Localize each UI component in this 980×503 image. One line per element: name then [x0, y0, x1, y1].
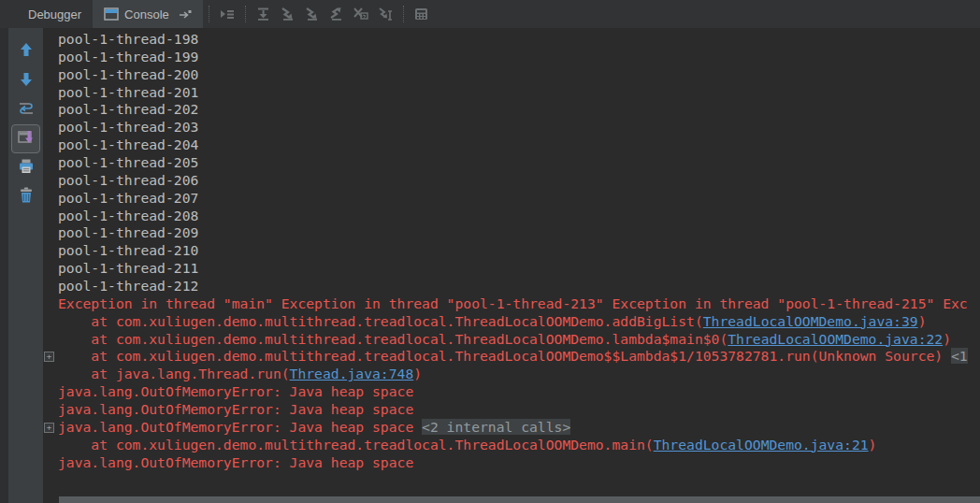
console-text: ): [943, 331, 951, 347]
console-text: pool-1-thread-209: [58, 224, 198, 240]
stacktrace-link[interactable]: ThreadLocalOOMDemo.java:39: [703, 313, 918, 329]
step-over-icon[interactable]: [252, 0, 276, 28]
tab-console[interactable]: Console: [93, 0, 203, 28]
console-line: pool-1-thread-212: [43, 278, 980, 295]
console-line: at com.xuliugen.demo.multithread.treadlo…: [43, 331, 980, 349]
console-line: at com.xuliugen.demo.multithread.treadlo…: [43, 313, 980, 331]
console-line: pool-1-thread-208: [43, 208, 980, 225]
step-out-icon[interactable]: [324, 0, 349, 28]
debug-toolbar: Debugger Console: [0, 0, 980, 28]
console-icon: [104, 7, 119, 21]
console-text: pool-1-thread-199: [58, 49, 198, 65]
console-text: at com.xuliugen.demo.multithread.treadlo…: [58, 348, 951, 364]
console-text: java.lang.OutOfMemoryError: Java heap sp…: [58, 401, 413, 417]
toolbar-separator: [403, 6, 404, 22]
stacktrace-link[interactable]: Thread.java:748: [290, 366, 414, 381]
tab-debugger-label: Debugger: [28, 7, 81, 22]
console-line: pool-1-thread-201: [43, 84, 980, 102]
console-text: pool-1-thread-201: [58, 84, 198, 100]
console-text: pool-1-thread-200: [58, 66, 198, 82]
stacktrace-link[interactable]: ThreadLocalOOMDemo.java:22: [728, 331, 943, 347]
console-text: at java.lang.Thread.run(: [58, 366, 290, 381]
console-text: pool-1-thread-208: [58, 208, 198, 223]
console-text: pool-1-thread-211: [58, 260, 198, 276]
console-text: at com.xuliugen.demo.multithread.treadlo…: [58, 331, 728, 347]
use-soft-wraps-button[interactable]: [11, 95, 40, 124]
scroll-to-end-icon: [17, 129, 36, 150]
console-text: <1: [951, 348, 968, 364]
drop-frame-icon[interactable]: [349, 0, 373, 28]
console-text: ): [869, 437, 877, 453]
down-arrow-icon: [18, 70, 35, 92]
print-button[interactable]: [11, 153, 40, 182]
console-line: pool-1-thread-211: [43, 260, 980, 278]
console-line: pool-1-thread-206: [43, 172, 980, 190]
console-line: + at com.xuliugen.demo.multithread.tread…: [43, 348, 980, 366]
console-line: Exception in thread "main" Exception in …: [43, 295, 980, 313]
console-text: at com.xuliugen.demo.multithread.treadlo…: [58, 437, 654, 453]
printer-icon: [18, 158, 35, 179]
console-line: pool-1-thread-200: [43, 66, 980, 84]
console-line: pool-1-thread-204: [43, 137, 980, 154]
horizontal-scrollbar-thumb[interactable]: [59, 496, 980, 503]
trash-icon: [18, 186, 35, 208]
console-panel[interactable]: pool-1-thread-198pool-1-thread-199pool-1…: [43, 28, 980, 503]
toolbar-separator: [209, 6, 209, 22]
console-side-toolbar: [8, 28, 43, 503]
console-line: pool-1-thread-210: [43, 242, 980, 260]
console-line: java.lang.OutOfMemoryError: Java heap sp…: [43, 383, 980, 401]
console-text: at com.xuliugen.demo.multithread.treadlo…: [58, 313, 703, 329]
console-text: pool-1-thread-203: [58, 119, 198, 135]
console-text: java.lang.OutOfMemoryError: Java heap sp…: [58, 419, 422, 435]
console-line: at java.lang.Thread.run(Thread.java:748): [43, 366, 980, 383]
console-line: java.lang.OutOfMemoryError: Java heap sp…: [43, 401, 980, 419]
console-line: pool-1-thread-202: [43, 101, 980, 119]
force-step-into-icon[interactable]: [300, 0, 324, 28]
console-line: pool-1-thread-207: [43, 190, 980, 208]
down-the-stack-trace-button[interactable]: [11, 66, 40, 95]
console-text: pool-1-thread-207: [58, 190, 198, 206]
evaluate-expression-icon[interactable]: [410, 0, 434, 28]
console-text: java.lang.OutOfMemoryError: Java heap sp…: [58, 383, 413, 399]
console-line: pool-1-thread-205: [43, 154, 980, 172]
soft-wrap-icon: [18, 100, 35, 121]
jump-to-output-arrow-icon: [179, 8, 192, 20]
run-to-cursor-icon[interactable]: [373, 0, 397, 28]
console-line: +java.lang.OutOfMemoryError: Java heap s…: [43, 419, 980, 437]
console-output: pool-1-thread-198pool-1-thread-199pool-1…: [43, 31, 980, 471]
console-line: pool-1-thread-198: [43, 31, 980, 49]
console-line: java.lang.OutOfMemoryError: Java heap sp…: [43, 454, 980, 472]
horizontal-scrollbar[interactable]: [43, 496, 980, 503]
console-line: pool-1-thread-209: [43, 224, 980, 242]
console-line: at com.xuliugen.demo.multithread.treadlo…: [43, 437, 980, 454]
console-text: pool-1-thread-205: [58, 154, 198, 170]
debug-tool-window: Debugger Console: [0, 0, 980, 503]
console-text: ): [918, 313, 927, 329]
up-the-stack-trace-button[interactable]: [11, 37, 40, 66]
show-execution-point-icon[interactable]: [215, 0, 239, 28]
console-text: pool-1-thread-204: [58, 137, 198, 152]
tab-debugger[interactable]: Debugger: [17, 0, 93, 28]
console-text: <2 internal calls>: [422, 419, 570, 435]
console-text: pool-1-thread-198: [58, 31, 198, 47]
console-text: pool-1-thread-202: [58, 101, 198, 117]
step-into-icon[interactable]: [276, 0, 300, 28]
up-arrow-icon: [18, 41, 35, 63]
fold-marker-icon[interactable]: +: [44, 352, 54, 362]
tool-window-stripe: [0, 28, 8, 503]
stacktrace-link[interactable]: ThreadLocalOOMDemo.java:21: [654, 437, 869, 453]
console-text: ): [413, 366, 422, 381]
tab-console-label: Console: [124, 7, 169, 22]
console-text: pool-1-thread-206: [58, 172, 198, 188]
scroll-to-the-end-button[interactable]: [11, 124, 40, 153]
clear-all-button[interactable]: [11, 182, 40, 211]
console-text: pool-1-thread-210: [58, 242, 198, 258]
console-line: pool-1-thread-199: [43, 49, 980, 66]
console-text: java.lang.OutOfMemoryError: Java heap sp…: [58, 454, 413, 470]
console-line: pool-1-thread-203: [43, 119, 980, 137]
console-text: pool-1-thread-212: [58, 278, 198, 294]
toolbar-separator: [245, 6, 246, 22]
console-text: Exception in thread "main" Exception in …: [58, 295, 968, 311]
fold-marker-icon[interactable]: +: [44, 423, 54, 433]
